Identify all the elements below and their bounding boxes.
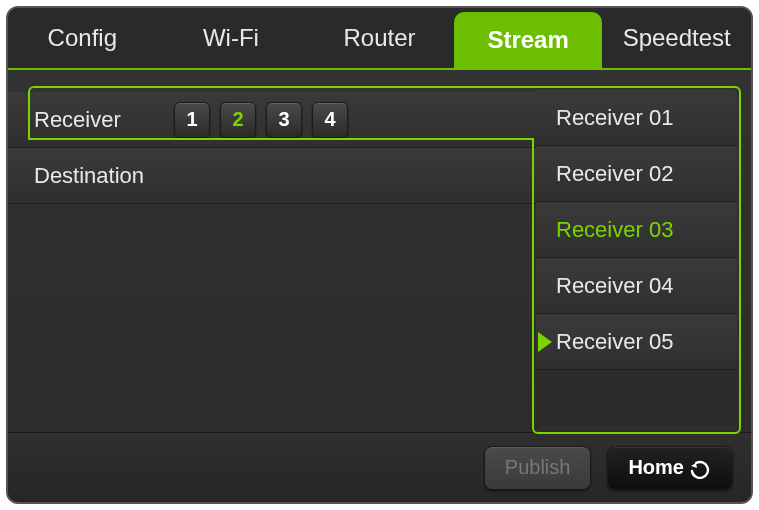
row-destination-label: Destination (34, 163, 174, 189)
back-arrow-icon (688, 457, 712, 479)
dropdown-item-receiver-05[interactable]: Receiver 05 (536, 314, 737, 370)
receiver-btn-label: 4 (324, 108, 335, 131)
row-receiver[interactable]: Receiver 1 2 3 4 (8, 92, 538, 148)
receiver-btn-3[interactable]: 3 (266, 102, 302, 138)
tab-config[interactable]: Config (8, 8, 157, 68)
receiver-btn-1[interactable]: 1 (174, 102, 210, 138)
tab-label: Config (48, 24, 117, 52)
dropdown-item-label: Receiver 03 (556, 217, 673, 243)
tab-stream[interactable]: Stream (454, 12, 603, 68)
home-button[interactable]: Home (607, 446, 733, 490)
tab-speedtest[interactable]: Speedtest (602, 8, 751, 68)
dropdown-item-receiver-02[interactable]: Receiver 02 (536, 146, 737, 202)
footer-bar: Publish Home (8, 432, 751, 502)
publish-button-label: Publish (505, 456, 571, 479)
tab-label: Router (343, 24, 415, 52)
dropdown-item-label: Receiver 02 (556, 161, 673, 187)
publish-button: Publish (484, 446, 592, 490)
dropdown-item-receiver-04[interactable]: Receiver 04 (536, 258, 737, 314)
tab-bar: Config Wi-Fi Router Stream Speedtest (8, 8, 751, 70)
dropdown-item-receiver-01[interactable]: Receiver 01 (536, 90, 737, 146)
receiver-btn-4[interactable]: 4 (312, 102, 348, 138)
receiver-btn-label: 2 (232, 108, 243, 131)
home-button-label: Home (628, 456, 684, 479)
receiver-btn-label: 1 (186, 108, 197, 131)
dropdown-item-receiver-03[interactable]: Receiver 03 (536, 202, 737, 258)
receiver-dropdown: Receiver 01 Receiver 02 Receiver 03 Rece… (536, 90, 737, 430)
tab-label: Wi-Fi (203, 24, 259, 52)
tab-router[interactable]: Router (305, 8, 454, 68)
receiver-btn-2[interactable]: 2 (220, 102, 256, 138)
tab-label: Speedtest (623, 24, 731, 52)
dropdown-item-label: Receiver 01 (556, 105, 673, 131)
content-area: Receiver 1 2 3 4 Destination Receiver 01… (8, 70, 751, 432)
device-screen: Config Wi-Fi Router Stream Speedtest Rec… (6, 6, 753, 504)
dropdown-item-empty (536, 370, 737, 426)
tab-label: Stream (487, 26, 568, 54)
row-destination[interactable]: Destination (8, 148, 538, 204)
row-receiver-label: Receiver (34, 107, 174, 133)
dropdown-item-label: Receiver 05 (556, 329, 673, 355)
tab-wifi[interactable]: Wi-Fi (157, 8, 306, 68)
receiver-btn-label: 3 (278, 108, 289, 131)
dropdown-item-label: Receiver 04 (556, 273, 673, 299)
receiver-number-buttons: 1 2 3 4 (174, 102, 348, 138)
